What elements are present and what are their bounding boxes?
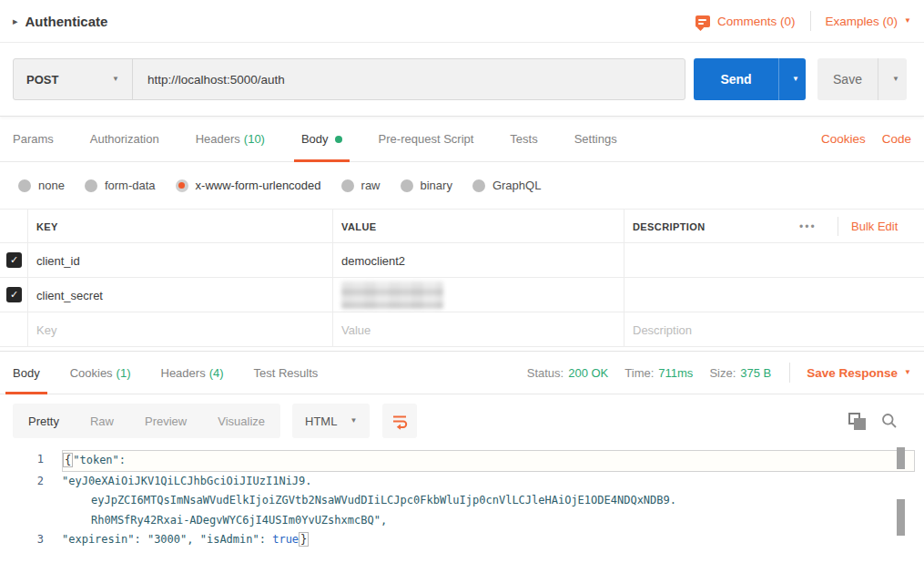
code-line: 3 "expiresin": "3000", "isAdmin": true} [0,530,924,550]
tab-headers[interactable]: Headers (10) [196,117,265,162]
check-icon: ✓ [10,289,18,301]
json-boolean: true [272,533,299,546]
matched-bracket: } [299,532,309,547]
table-row: ✓ client_secret [0,278,924,312]
send-options-button[interactable]: ▼ [778,58,806,100]
tab-pre-request-script[interactable]: Pre-request Script [379,117,474,162]
tab-label: Settings [574,132,617,146]
disclosure-triangle-icon[interactable]: ▸ [13,15,18,27]
mode-binary[interactable]: binary [401,179,452,192]
view-raw-button[interactable]: Raw [75,404,129,438]
tab-label: Cookies [70,366,113,380]
header-divider [838,217,838,236]
wrap-lines-button[interactable] [382,404,417,438]
tab-label: Params [13,132,54,146]
tab-authorization[interactable]: Authorization [90,117,159,162]
code-text: "expiresin": "3000", "isAdmin": true} [62,530,309,550]
tab-params[interactable]: Params [13,117,54,162]
description-input-placeholder[interactable]: Description [633,312,692,347]
radio-icon [472,179,485,192]
mode-raw[interactable]: raw [341,179,381,192]
send-button[interactable]: Send [694,58,778,100]
mode-none[interactable]: none [18,179,65,192]
code-line: 1 {"token": [0,450,924,472]
chevron-down-icon: ▼ [904,369,911,376]
mode-graphql[interactable]: GraphQL [472,179,541,192]
save-options-button[interactable]: ▼ [878,58,907,100]
value-input-placeholder[interactable]: Value [341,312,371,347]
row-checkbox-checked[interactable]: ✓ [6,287,22,302]
response-tab-headers[interactable]: Headers (4) [161,352,224,394]
response-tab-cookies[interactable]: Cookies (1) [70,352,131,394]
key-cell[interactable]: client_secret [36,278,103,312]
json-key: "token": [73,454,126,466]
save-response-button[interactable]: Save Response ▼ [807,366,911,380]
request-url-section: POST ▼ http://localhost:5000/auth Send ▼… [0,43,924,117]
body-has-content-dot [335,136,342,143]
view-visualize-button[interactable]: Visualize [202,404,280,438]
response-tab-body[interactable]: Body [13,352,40,394]
cookies-link[interactable]: Cookies [821,132,866,146]
view-pretty-button[interactable]: Pretty [13,404,75,438]
chevron-down-icon: ▼ [350,417,357,425]
key-input-placeholder[interactable]: Key [36,312,56,347]
tab-tests[interactable]: Tests [510,117,537,162]
tab-label: Tests [510,132,537,146]
tab-label: Body [301,132,329,146]
response-tab-test-results[interactable]: Test Results [254,352,319,394]
comments-button[interactable]: Comments (0) [696,15,796,28]
response-tabs-bar: Body Cookies (1) Headers (4) Test Result… [0,352,924,394]
masked-secret-value[interactable] [341,281,443,309]
size-value: 375 B [740,366,771,380]
tab-settings[interactable]: Settings [574,117,617,162]
radio-icon [341,179,354,192]
save-button[interactable]: Save [817,58,878,100]
table-row: ✓ client_id democlient2 [0,243,924,278]
status-badge: Status: 200 OK [527,366,609,380]
mode-form-data[interactable]: form-data [85,179,156,192]
scrollbar-thumb[interactable] [897,447,905,469]
copy-response-button[interactable] [848,413,866,430]
mode-label: form-data [105,179,156,192]
check-icon: ✓ [10,254,18,266]
header-actions: Comments (0) Examples (0) ▼ [696,11,911,31]
value-column-header: VALUE [341,210,376,243]
code-line: 2 "eyJ0eXAiOiJKV1QiLCJhbGciOiJIUzI1NiJ9. [0,472,924,492]
value-cell[interactable]: democlient2 [341,243,405,278]
response-section: Body Cookies (1) Headers (4) Test Result… [0,351,924,573]
more-options-icon[interactable]: ••• [799,210,817,243]
view-preview-button[interactable]: Preview [129,404,202,438]
key-column-header: KEY [36,210,58,243]
tab-body[interactable]: Body [301,117,342,162]
token-segment: "eyJ0eXAiOiJKV1QiLCJhbGciOiJIUzI1NiJ9. [62,472,312,492]
row-checkbox-checked[interactable]: ✓ [6,252,22,268]
size-badge: Size: 375 B [709,366,771,380]
response-body-viewer[interactable]: 1 {"token": 2 "eyJ0eXAiOiJKV1QiLCJhbGciO… [0,447,924,573]
tab-count: (1) [117,366,131,380]
tab-label: Pre-request Script [379,132,474,146]
tab-label: Test Results [254,366,319,380]
save-label: Save [833,72,862,87]
chevron-down-icon: ▼ [112,76,119,83]
code-link[interactable]: Code [882,132,911,146]
send-label: Send [720,72,751,87]
scrollbar-thumb[interactable] [897,499,905,536]
format-select[interactable]: HTML ▼ [292,404,370,438]
mode-x-www-form-urlencoded[interactable]: x-www-form-urlencoded [176,179,321,192]
search-response-button[interactable] [880,412,899,430]
url-input[interactable]: http://localhost:5000/auth [133,59,685,99]
status-label: Status: [527,366,564,380]
chevron-down-icon: ▼ [904,17,911,25]
examples-button[interactable]: Examples (0) ▼ [826,15,911,28]
method-select[interactable]: POST ▼ [14,59,133,99]
tab-label: Authorization [90,132,159,146]
chevron-down-icon: ▼ [792,76,799,83]
examples-label: Examples (0) [826,15,899,28]
tab-label: Headers [196,132,240,146]
mode-label: binary [421,179,452,192]
bulk-edit-button[interactable]: Bulk Edit [851,210,898,243]
copy-icon [854,418,866,430]
line-number: 2 [0,472,62,492]
key-cell[interactable]: client_id [36,243,80,278]
tab-count: (10) [244,132,265,146]
